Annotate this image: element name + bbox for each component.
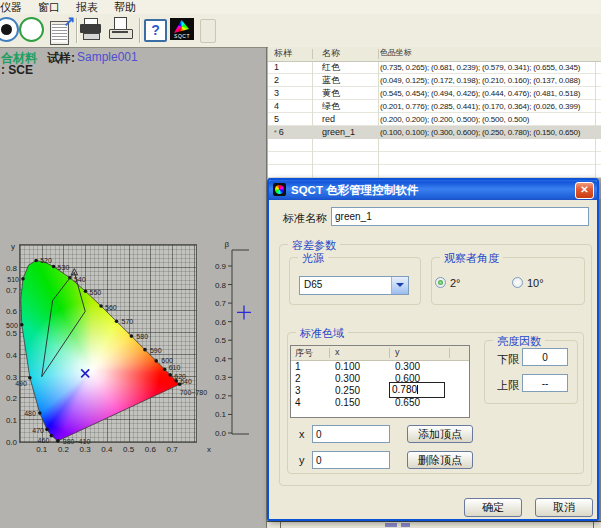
observer-angle-group-label: 观察者角度 bbox=[440, 251, 503, 266]
beta-tick-label: 0.2 bbox=[215, 392, 227, 401]
menu-bar: 仪器 窗口 报表 帮助 bbox=[0, 0, 601, 14]
print-icon[interactable] bbox=[80, 17, 102, 41]
beta-tick-label: 0.7 bbox=[215, 299, 227, 308]
beta-tick-label: 0.9 bbox=[215, 262, 227, 271]
beta-tick-label: 0.5 bbox=[215, 336, 227, 345]
light-source-select[interactable]: D65 bbox=[299, 276, 409, 295]
table-row[interactable]: 2 蓝色 (0.049, 0.125); (0.172, 0.198); (0.… bbox=[268, 74, 601, 87]
wavelength-label: 510 bbox=[7, 276, 19, 283]
upper-limit-label: 上限 bbox=[497, 378, 519, 393]
dialog-title-bar[interactable]: SQCT 色彩管理控制软件 ✕ bbox=[269, 180, 597, 200]
x-tick-label: 0.1 bbox=[36, 445, 48, 454]
cancel-button[interactable]: 取消 bbox=[535, 498, 593, 517]
beta-tick-label: 0.0 bbox=[215, 429, 227, 438]
beta-tick-label: 0.4 bbox=[215, 355, 227, 364]
ok-button[interactable]: 确定 bbox=[464, 498, 522, 517]
gamut-group-label: 标准色域 bbox=[296, 326, 348, 341]
toolbar-separator bbox=[76, 18, 78, 43]
beta-axis-title: β bbox=[224, 240, 229, 249]
x-axis-title: x bbox=[207, 445, 211, 454]
close-icon[interactable]: ✕ bbox=[575, 182, 594, 199]
table-row[interactable]: 5 red (0.200, 0.200); (0.200, 0.500); (0… bbox=[268, 113, 601, 126]
dialog-app-icon bbox=[273, 183, 286, 196]
sample-name: Sample001 bbox=[77, 50, 138, 64]
chevron-down-icon[interactable] bbox=[391, 277, 408, 294]
help-icon[interactable]: ? bbox=[144, 19, 167, 42]
y-tick-label: 0.0 bbox=[6, 438, 18, 447]
table-row-selected[interactable]: *6 green_1 (0.100, 0.100); (0.300, 0.600… bbox=[268, 126, 601, 139]
vertex-row[interactable]: 4 0.150 0.650 bbox=[291, 397, 469, 409]
edit-marker: * bbox=[274, 129, 277, 136]
sqct-dialog: SQCT 色彩管理控制软件 ✕ 标准名称： 容差参数 光源 D65 观察者角度 … bbox=[267, 178, 599, 521]
delete-vertex-button[interactable]: 删除顶点 bbox=[407, 451, 473, 469]
wavelength-label: 500 bbox=[6, 322, 18, 329]
col-header-standard[interactable]: 标样 bbox=[274, 47, 310, 60]
y-coord-input[interactable] bbox=[312, 451, 390, 469]
standard-name-label: 标准名称： bbox=[283, 211, 338, 226]
y-coord-label: y bbox=[299, 454, 305, 466]
beta-tick-label: 0.3 bbox=[215, 373, 227, 382]
light-source-group-label: 光源 bbox=[298, 251, 328, 266]
y-tick-label: 0.6 bbox=[6, 307, 18, 316]
col-header-coords[interactable]: 色品坐标 bbox=[380, 47, 598, 58]
lower-limit-input[interactable] bbox=[522, 348, 568, 366]
beta-tick-label: 0.8 bbox=[215, 281, 227, 290]
measure-target-icon[interactable] bbox=[0, 17, 19, 42]
bottom-table-sliver bbox=[267, 521, 601, 528]
menu-item-help[interactable]: 帮助 bbox=[106, 0, 144, 15]
beta-tick-label: 0.6 bbox=[215, 318, 227, 327]
y-tick-label: 0.3 bbox=[6, 373, 18, 382]
vertex-row[interactable]: 1 0.100 0.300 bbox=[291, 361, 469, 373]
add-vertex-button[interactable]: 添加顶点 bbox=[407, 425, 473, 443]
y-tick-label: 0.4 bbox=[6, 351, 18, 360]
vertex-table-header: 序号 x y bbox=[291, 346, 469, 361]
x-coord-input[interactable] bbox=[312, 425, 390, 443]
x-coord-label: x bbox=[299, 428, 305, 440]
y-tick-label: 0.1 bbox=[6, 416, 18, 425]
y-axis-title: y bbox=[11, 242, 15, 251]
export-icon[interactable] bbox=[109, 17, 131, 41]
y-tick-label: 0.7 bbox=[6, 286, 18, 295]
x-tick-label: 0.3 bbox=[80, 445, 92, 454]
text-caret bbox=[417, 385, 418, 394]
standard-name-input[interactable] bbox=[331, 207, 589, 226]
beta-cursor bbox=[237, 305, 251, 319]
sample-label: 试样: bbox=[47, 50, 75, 67]
beta-tick-label: 0.1 bbox=[215, 410, 227, 419]
app-window: 仪器 窗口 报表 帮助 ↗ ? SQCT 合材料 试样: Sample001 :… bbox=[0, 0, 601, 528]
observer-2deg-radio[interactable] bbox=[435, 277, 446, 288]
toolbar-separator bbox=[139, 18, 141, 43]
sqct-logo-icon[interactable]: SQCT bbox=[170, 18, 194, 40]
observer-10deg-radio[interactable] bbox=[512, 277, 523, 288]
col-header-name[interactable]: 名称 bbox=[322, 47, 376, 60]
calibrate-circle-icon[interactable] bbox=[19, 17, 44, 42]
x-tick-label: 0.6 bbox=[145, 445, 157, 454]
x-tick-label: 0.5 bbox=[123, 445, 135, 454]
table-row[interactable]: 1 红色 (0.735, 0.265); (0.681, 0.239); (0.… bbox=[268, 61, 601, 74]
x-tick-label: 0.4 bbox=[101, 445, 113, 454]
beta-axis bbox=[232, 250, 249, 434]
menu-item-instrument[interactable]: 仪器 bbox=[0, 0, 30, 15]
dialog-title: SQCT 色彩管理控制软件 bbox=[291, 180, 597, 200]
standards-table-header: 标样 名称 色品坐标 bbox=[268, 47, 601, 62]
x-tick-label: 0.2 bbox=[58, 445, 70, 454]
mode-label: : SCE bbox=[1, 63, 33, 77]
arrow-up-right-icon: ↗ bbox=[63, 13, 75, 29]
toolbar: ↗ ? SQCT bbox=[0, 14, 601, 48]
y-tick-label: 0.5 bbox=[6, 329, 18, 338]
x-tick-label: 0.7 bbox=[167, 445, 179, 454]
disabled-toolbar-button bbox=[200, 19, 216, 43]
report-icon[interactable]: ↗ bbox=[48, 17, 72, 43]
observer-10deg-label[interactable]: 10° bbox=[527, 277, 544, 289]
chromaticity-blob-icon bbox=[174, 20, 189, 33]
luminance-group-label: 亮度因数 bbox=[493, 334, 545, 349]
standards-table: 标样 名称 色品坐标 1 红色 (0.735, 0.265); (0.681, … bbox=[268, 47, 601, 178]
observer-2deg-label[interactable]: 2° bbox=[450, 277, 461, 289]
upper-limit-input[interactable] bbox=[522, 374, 568, 392]
vertex-y-editbox[interactable]: 0.780 bbox=[389, 382, 445, 398]
lower-limit-label: 下限 bbox=[497, 352, 519, 367]
table-row[interactable]: 3 黄色 (0.545, 0.454); (0.494, 0.426); (0.… bbox=[268, 87, 601, 100]
table-row[interactable]: 4 绿色 (0.201, 0.776); (0.285, 0.441); (0.… bbox=[268, 100, 601, 113]
y-tick-label: 0.8 bbox=[6, 264, 18, 273]
y-tick-label: 0.2 bbox=[6, 394, 18, 403]
